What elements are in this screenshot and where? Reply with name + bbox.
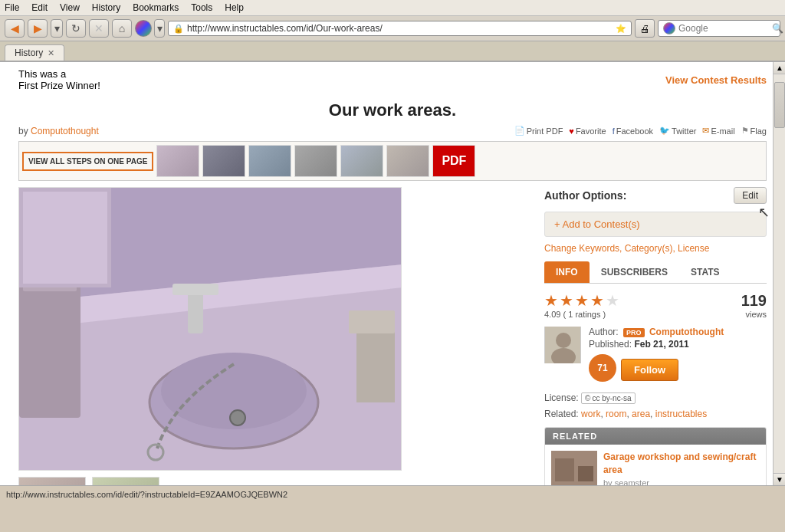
back-button[interactable]: ◀ (5, 19, 25, 38)
facebook-link[interactable]: f Facebook (613, 126, 653, 136)
facebook-icon: f (613, 126, 615, 136)
url-bar[interactable]: 🔒 ⭐ (168, 21, 632, 36)
flag-label: Flag (751, 126, 767, 136)
view-contest-results-link[interactable]: View Contest Results (665, 74, 767, 86)
related-item-thumbnail[interactable] (551, 451, 597, 485)
right-panel: Author Options: Edit + Add to Contest(s)… (544, 187, 767, 485)
bookmark-dropdown[interactable]: ▾ (154, 19, 165, 38)
tab-close-icon[interactable]: ✕ (48, 48, 54, 58)
print-pdf-link[interactable]: 📄 Print PDF (514, 126, 563, 136)
svg-rect-8 (172, 284, 218, 295)
author-name-link[interactable]: Computothought (649, 327, 724, 337)
tag-area[interactable]: area (632, 409, 650, 419)
main-image[interactable]: i (18, 187, 402, 471)
related-item-info: Garage workshop and sewing/craft area by… (603, 451, 760, 485)
thumbnail-2[interactable] (202, 145, 245, 177)
search-icon[interactable]: 🔍 (772, 23, 783, 34)
scroll-up-button[interactable]: ▲ (774, 62, 785, 74)
follower-count: 71 (589, 354, 616, 382)
search-input[interactable] (678, 23, 770, 34)
flag-link[interactable]: ⚑ Flag (741, 126, 767, 136)
thumbnail-5[interactable] (340, 145, 383, 177)
tab-info[interactable]: INFO (544, 261, 590, 283)
tag-room[interactable]: room (606, 409, 626, 419)
email-icon: ✉ (702, 126, 709, 136)
menu-history[interactable]: History (92, 2, 120, 13)
svg-rect-20 (578, 466, 593, 481)
search-box[interactable]: 🔍 (658, 20, 780, 37)
info-tabs: INFO SUBSCRIBERS STATS (544, 261, 767, 284)
menu-edit[interactable]: Edit (31, 2, 48, 13)
forward-button[interactable]: ▶ (28, 19, 48, 38)
pro-badge: PRO (623, 328, 645, 337)
author-info-box: Author: PRO Computothought Published: Fe… (544, 322, 767, 386)
scroll-track[interactable] (774, 74, 785, 473)
published-label: Published: (589, 339, 632, 350)
author-options-label: Author Options: (544, 189, 626, 202)
tab-stats[interactable]: STATS (679, 261, 731, 283)
status-bar: http://www.instructables.com/id/edit/?in… (0, 485, 785, 502)
thumbnail-pdf[interactable]: PDF (432, 145, 475, 177)
prize-text: First Prize Winner! (18, 80, 100, 91)
thumbnail-3[interactable] (248, 145, 291, 177)
stars-display: ★ ★ ★ ★ ★ (544, 291, 619, 310)
print-button[interactable]: 🖨 (635, 19, 655, 38)
related-tags: Related: work, room, area, instructables (544, 409, 767, 419)
email-link[interactable]: ✉ E-mail (702, 126, 734, 136)
thumbnail-6[interactable] (386, 145, 429, 177)
home-button[interactable]: ⌂ (112, 19, 132, 38)
rating-row: ★ ★ ★ ★ ★ 4.09 ( 1 ratings ) (544, 291, 767, 319)
main-image-area: i (18, 187, 532, 485)
mini-thumb-2[interactable] (92, 477, 159, 485)
author-byline: by Computothought (18, 125, 99, 136)
twitter-link[interactable]: 🐦 Twitter (659, 126, 696, 136)
favorite-link[interactable]: ♥ Favorite (569, 126, 606, 136)
tab-label: History (15, 48, 43, 58)
thumbnail-1[interactable] (156, 145, 199, 177)
menu-view[interactable]: View (60, 2, 80, 13)
thumbnail-4[interactable] (294, 145, 337, 177)
cc-icon: © (585, 394, 590, 402)
heart-icon: ♥ (569, 126, 574, 136)
license-row: License: © cc by-nc-sa (544, 392, 767, 404)
menu-help[interactable]: Help (225, 2, 244, 13)
mini-thumb-1[interactable] (18, 477, 86, 485)
email-label: E-mail (711, 126, 734, 136)
svg-rect-11 (356, 326, 395, 402)
menu-tools[interactable]: Tools (191, 2, 212, 13)
scrollbar[interactable]: ▲ ▼ (773, 62, 785, 485)
star-5: ★ (606, 291, 619, 310)
status-url: http://www.instructables.com/id/edit/?in… (6, 490, 287, 499)
share-links: 📄 Print PDF ♥ Favorite f Facebook 🐦 Twit… (514, 126, 767, 136)
menu-bookmarks[interactable]: Bookmarks (133, 2, 179, 13)
add-contest-button[interactable]: + Add to Contest(s) (544, 212, 767, 237)
author-avatar (544, 327, 581, 363)
stop-button[interactable]: ✕ (89, 19, 109, 38)
view-all-steps-button[interactable]: VIEW ALL STEPS ON ONE PAGE (22, 152, 153, 171)
star-4: ★ (590, 291, 604, 310)
toolbar: ◀ ▶ ▾ ↻ ✕ ⌂ ▾ 🔒 ⭐ 🖨 🔍 (0, 16, 785, 41)
views-label: views (741, 310, 767, 319)
tag-instructables[interactable]: instructables (655, 409, 707, 419)
url-input[interactable] (187, 23, 613, 34)
tag-work[interactable]: work (581, 409, 600, 419)
scroll-down-button[interactable]: ▼ (774, 473, 785, 485)
contest-banner: This was a First Prize Winner! View Cont… (18, 62, 767, 94)
scroll-thumb[interactable] (774, 82, 785, 128)
author-link[interactable]: Computothought (31, 126, 99, 136)
svg-point-16 (556, 333, 571, 348)
menu-file[interactable]: File (5, 2, 19, 13)
edit-button[interactable]: Edit (734, 187, 767, 204)
flag-icon: ⚑ (741, 126, 749, 136)
rating-paren-close: ) (603, 310, 606, 319)
forward-dropdown[interactable]: ▾ (51, 19, 63, 38)
views-count: 119 (741, 292, 767, 310)
tab-history[interactable]: History ✕ (5, 44, 64, 61)
change-keywords-link[interactable]: Change Keywords, Category(s), License (544, 243, 767, 254)
follow-button[interactable]: Follow (621, 359, 678, 381)
rating-count: 1 ratings (568, 310, 600, 319)
reload-button[interactable]: ↻ (66, 19, 86, 38)
tab-subscribers[interactable]: SUBSCRIBERS (590, 261, 679, 283)
related-item-title[interactable]: Garage workshop and sewing/craft area (603, 451, 760, 477)
related-header: RELATED (545, 428, 766, 445)
